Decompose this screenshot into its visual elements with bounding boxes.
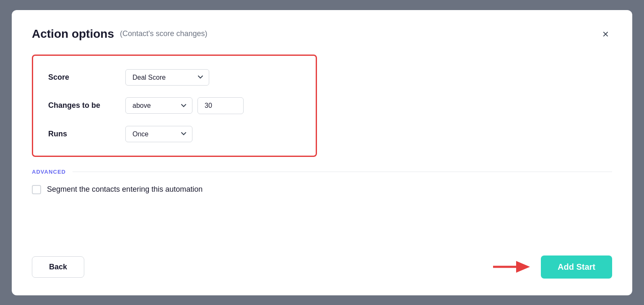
back-button[interactable]: Back bbox=[32, 256, 84, 278]
segment-checkbox[interactable] bbox=[32, 185, 41, 194]
runs-controls: Once Every time bbox=[125, 126, 192, 142]
close-button[interactable]: × bbox=[599, 27, 612, 41]
score-controls: Deal Score Contact Score bbox=[125, 69, 209, 86]
form-box: Score Deal Score Contact Score Changes t… bbox=[32, 55, 317, 157]
score-row: Score Deal Score Contact Score bbox=[48, 69, 301, 86]
modal-container: Action options (Contact's score changes)… bbox=[12, 10, 632, 295]
modal-footer: Back Add Start bbox=[32, 242, 612, 279]
runs-label: Runs bbox=[48, 130, 115, 138]
runs-select[interactable]: Once Every time bbox=[125, 126, 192, 142]
add-start-button[interactable]: Add Start bbox=[541, 255, 612, 279]
modal-title: Action options bbox=[32, 27, 114, 41]
advanced-label: ADVANCED bbox=[32, 169, 66, 175]
runs-row: Runs Once Every time bbox=[48, 126, 301, 142]
score-select[interactable]: Deal Score Contact Score bbox=[125, 69, 209, 86]
title-group: Action options (Contact's score changes) bbox=[32, 27, 208, 41]
modal-subtitle: (Contact's score changes) bbox=[120, 29, 208, 38]
condition-select[interactable]: above below equal to bbox=[125, 97, 192, 114]
value-input[interactable] bbox=[197, 97, 244, 114]
changes-controls: above below equal to bbox=[125, 97, 244, 114]
modal-header: Action options (Contact's score changes)… bbox=[32, 27, 612, 41]
checkbox-row[interactable]: Segment the contacts entering this autom… bbox=[32, 185, 612, 194]
score-label: Score bbox=[48, 73, 115, 82]
changes-row: Changes to be above below equal to bbox=[48, 97, 301, 114]
arrow-container bbox=[493, 258, 531, 276]
arrow-icon bbox=[493, 258, 531, 276]
footer-right: Add Start bbox=[493, 255, 612, 279]
segment-label: Segment the contacts entering this autom… bbox=[47, 185, 203, 194]
advanced-divider: ADVANCED bbox=[32, 169, 612, 175]
advanced-section: ADVANCED Segment the contacts entering t… bbox=[32, 169, 612, 194]
svg-marker-1 bbox=[516, 261, 530, 273]
divider-line bbox=[73, 172, 612, 172]
changes-label: Changes to be bbox=[48, 101, 115, 110]
